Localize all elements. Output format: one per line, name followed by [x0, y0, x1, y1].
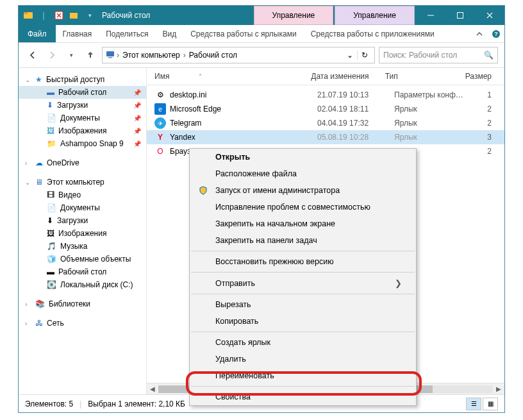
- col-type[interactable]: Тип: [385, 72, 465, 81]
- yandex-icon: Y: [154, 131, 166, 143]
- ctx-file-location[interactable]: Расположение файла: [190, 165, 416, 182]
- ctx-pin-start[interactable]: Закрепить на начальном экране: [190, 215, 416, 232]
- svg-rect-3: [70, 13, 78, 19]
- nav-forward-button[interactable]: [44, 47, 60, 63]
- sidebar-item-music[interactable]: 🎵Музыка: [19, 240, 146, 253]
- pin-icon: 📌: [133, 102, 141, 109]
- svg-text:?: ?: [494, 31, 498, 37]
- refresh-icon[interactable]: ↻: [357, 51, 372, 60]
- qat-dropdown-icon[interactable]: ▾: [83, 8, 97, 22]
- ctx-run-admin[interactable]: Запуск от имени администратора: [190, 182, 416, 199]
- sidebar-item-3d[interactable]: 🧊Объемные объекты: [19, 253, 146, 265]
- search-icon[interactable]: 🔍: [484, 51, 494, 60]
- ctx-tab-app[interactable]: Управление: [335, 6, 415, 25]
- context-menu: Открыть Расположение файла Запуск от име…: [189, 148, 417, 406]
- shield-icon: [197, 186, 209, 195]
- ctx-send-to[interactable]: Отправить❯: [190, 274, 416, 292]
- qat-properties-icon[interactable]: [52, 8, 66, 22]
- sidebar-onedrive[interactable]: ›☁OneDrive: [19, 156, 146, 169]
- ribbon-file[interactable]: Файл: [19, 25, 56, 42]
- ribbon-home[interactable]: Главная: [56, 25, 99, 42]
- titlebar: | ▾ Рабочий стол Управление Управление: [19, 6, 504, 25]
- ini-icon: ⚙: [154, 89, 166, 101]
- pin-icon: 📌: [133, 128, 141, 135]
- status-count: Элементов: 5: [25, 399, 73, 408]
- sidebar-item-desktop[interactable]: ▬Рабочий стол📌: [19, 86, 146, 99]
- ctx-restore[interactable]: Восстановить прежнюю версию: [190, 253, 416, 270]
- edge-icon: e: [154, 103, 166, 115]
- sidebar-item-local-disk[interactable]: 💽Локальный диск (C:): [19, 278, 146, 291]
- opera-icon: O: [154, 146, 166, 157]
- help-icon[interactable]: ?: [488, 25, 504, 42]
- search-input[interactable]: Поиск: Рабочий стол 🔍: [379, 47, 498, 63]
- minimize-button[interactable]: [416, 6, 445, 25]
- view-details-button[interactable]: ☰: [466, 398, 481, 410]
- sidebar-item-downloads[interactable]: ⬇Загрузки📌: [19, 99, 146, 112]
- col-name[interactable]: Имя˄: [154, 72, 311, 81]
- ribbon: Файл Главная Поделиться Вид Средства раб…: [19, 25, 504, 43]
- address-pc-icon: [105, 49, 115, 62]
- sidebar-quick-access[interactable]: ⌄★Быстрый доступ: [19, 73, 146, 86]
- ctx-delete[interactable]: Удалить: [190, 351, 416, 367]
- window-title: Рабочий стол: [102, 11, 150, 20]
- chevron-right-icon: ❯: [395, 278, 402, 288]
- close-button[interactable]: [475, 6, 504, 25]
- sidebar-item-downloads[interactable]: ⬇Загрузки: [19, 214, 146, 227]
- sidebar-libraries[interactable]: ›📚Библиотеки: [19, 298, 146, 310]
- table-row[interactable]: eMicrosoft Edge02.04.19 18:11Ярлык2: [147, 102, 504, 116]
- pin-icon: 📌: [133, 89, 141, 96]
- maximize-button[interactable]: [445, 6, 475, 25]
- ribbon-collapse-icon[interactable]: [471, 25, 488, 42]
- sidebar: ⌄★Быстрый доступ ▬Рабочий стол📌 ⬇Загрузк…: [19, 68, 147, 394]
- sidebar-item-desktop[interactable]: ▬Рабочий стол: [19, 265, 146, 278]
- address-bar[interactable]: › Этот компьютер › Рабочий стол ⌄ ↻: [102, 47, 375, 63]
- ctx-create-shortcut[interactable]: Создать ярлык: [190, 334, 416, 351]
- sidebar-item-pictures[interactable]: 🖼Изображения📌: [19, 124, 146, 137]
- ctx-properties[interactable]: Свойства: [190, 389, 416, 405]
- ctx-cut[interactable]: Вырезать: [190, 296, 416, 313]
- pin-icon: 📌: [133, 140, 141, 147]
- svg-rect-8: [106, 51, 114, 56]
- navbar: ▾ › Этот компьютер › Рабочий стол ⌄ ↻ По…: [19, 43, 504, 68]
- col-size[interactable]: Размер: [465, 72, 504, 81]
- column-headers: Имя˄ Дата изменения Тип Размер: [147, 68, 504, 85]
- col-date[interactable]: Дата изменения: [311, 72, 385, 81]
- nav-recent-button[interactable]: ▾: [63, 47, 79, 63]
- sidebar-item-ashampoo[interactable]: 📁Ashampoo Snap 9📌: [19, 137, 146, 150]
- ctx-copy[interactable]: Копировать: [190, 313, 416, 330]
- sidebar-item-documents[interactable]: 📄Документы📌: [19, 112, 146, 124]
- chevron-right-icon[interactable]: ›: [115, 51, 120, 60]
- qat-newfolder-icon[interactable]: [67, 8, 81, 22]
- table-row[interactable]: ⚙desktop.ini21.07.19 10:13Параметры конф…: [147, 88, 504, 102]
- ctx-pin-taskbar[interactable]: Закрепить на панели задач: [190, 232, 416, 249]
- crumb-desktop[interactable]: Рабочий стол: [187, 51, 239, 60]
- ribbon-view[interactable]: Вид: [155, 25, 183, 42]
- sidebar-item-pictures[interactable]: 🖼Изображения: [19, 227, 146, 240]
- ctx-tab-shortcut[interactable]: Управление: [254, 6, 334, 25]
- sidebar-network[interactable]: ›🖧Сеть: [19, 317, 146, 330]
- nav-up-button[interactable]: [83, 47, 98, 63]
- ribbon-app-tools[interactable]: Средства работы с приложениями: [304, 25, 442, 42]
- sidebar-item-videos[interactable]: 🎞Видео: [19, 189, 146, 201]
- ctx-compat[interactable]: Исправление проблем с совместимостью: [190, 199, 416, 215]
- explorer-icon: [21, 8, 35, 22]
- ribbon-shortcut-tools[interactable]: Средства работы с ярлыками: [183, 25, 303, 42]
- ctx-open[interactable]: Открыть: [190, 149, 416, 165]
- view-icons-button[interactable]: ▦: [483, 398, 498, 410]
- svg-rect-9: [108, 57, 112, 58]
- svg-rect-1: [24, 12, 28, 14]
- chevron-right-icon[interactable]: ›: [182, 51, 187, 60]
- search-placeholder: Поиск: Рабочий стол: [383, 51, 457, 60]
- address-dropdown-icon[interactable]: ⌄: [343, 51, 357, 60]
- crumb-pc[interactable]: Этот компьютер: [120, 51, 182, 60]
- sidebar-this-pc[interactable]: ⌄🖥Этот компьютер: [19, 176, 146, 189]
- scroll-left-icon[interactable]: ◀: [147, 385, 158, 392]
- nav-back-button[interactable]: [25, 47, 40, 63]
- telegram-icon: ✈: [154, 117, 166, 129]
- ctx-rename[interactable]: Переименовать: [190, 367, 416, 384]
- table-row[interactable]: ✈Telegram04.04.19 17:32Ярлык2: [147, 116, 504, 130]
- scroll-right-icon[interactable]: ▶: [493, 385, 504, 392]
- ribbon-share[interactable]: Поделиться: [99, 25, 155, 42]
- sidebar-item-documents[interactable]: 📄Документы: [19, 201, 146, 214]
- table-row[interactable]: YYandex05.08.19 10:28Ярлык3: [147, 130, 504, 144]
